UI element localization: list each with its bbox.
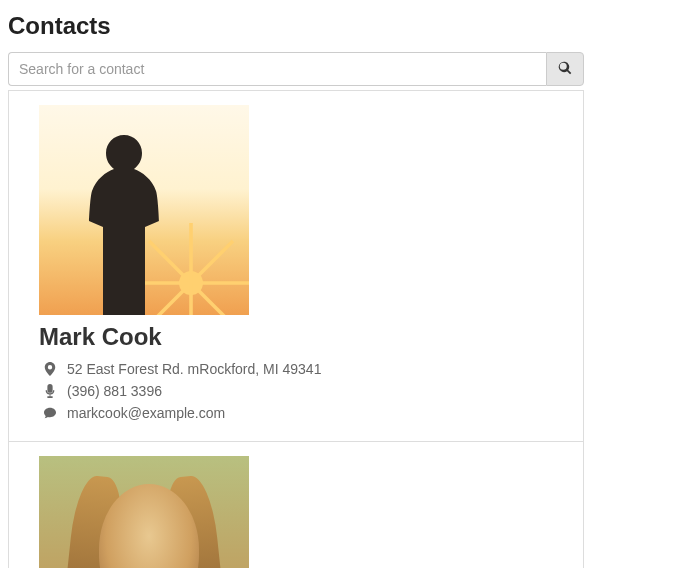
comment-icon: [39, 406, 61, 420]
contacts-list[interactable]: Mark Cook 52 East Forest Rd. mRockford, …: [8, 90, 584, 568]
contact-phone: (396) 881 3396: [67, 383, 162, 399]
search-icon: [558, 61, 572, 78]
contact-name: Mark Cook: [39, 323, 553, 351]
microphone-icon: [39, 384, 61, 398]
map-marker-icon: [39, 362, 61, 376]
page-title: Contacts: [8, 12, 692, 40]
contact-photo: [39, 105, 249, 315]
contact-email-row: markcook@example.com: [39, 405, 553, 421]
svg-line-2: [191, 241, 233, 283]
search-button[interactable]: [546, 52, 584, 86]
contact-card[interactable]: [9, 441, 583, 568]
contact-card[interactable]: Mark Cook 52 East Forest Rd. mRockford, …: [9, 90, 583, 441]
contact-photo: [39, 456, 249, 568]
contact-address-row: 52 East Forest Rd. mRockford, MI 49341: [39, 361, 553, 377]
contact-email: markcook@example.com: [67, 405, 225, 421]
contact-phone-row: (396) 881 3396: [39, 383, 553, 399]
svg-line-4: [191, 283, 233, 315]
search-input[interactable]: [8, 52, 546, 86]
search-bar: [8, 52, 584, 86]
contact-address: 52 East Forest Rd. mRockford, MI 49341: [67, 361, 321, 377]
person-silhouette: [79, 135, 169, 315]
